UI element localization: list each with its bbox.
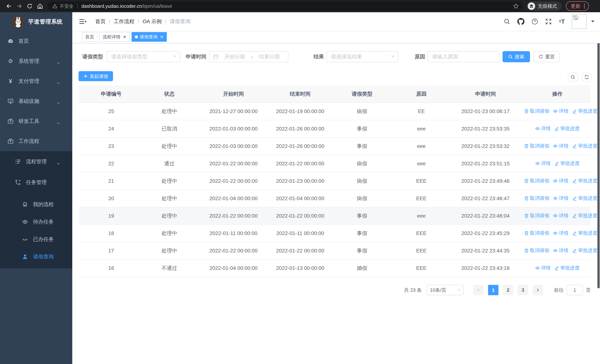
search-button[interactable]: 搜索 xyxy=(503,51,530,62)
action-label: 审批进度 xyxy=(578,108,597,114)
search-icon[interactable] xyxy=(504,18,510,25)
scrollbar[interactable] xyxy=(597,18,600,288)
forward-icon[interactable] xyxy=(14,1,24,11)
help-icon[interactable] xyxy=(531,18,538,25)
approval-progress-link[interactable]: 审批进度 xyxy=(572,247,597,254)
cancel-leave-link[interactable]: 取消请假 xyxy=(524,247,549,254)
page-button-2[interactable]: 2 xyxy=(503,285,513,295)
filter-form: 请假类型 请选择请假类型 申请时间 开始日期 - 结束日期 结果 请选择流结果 xyxy=(79,51,593,62)
update-button[interactable]: 更新 xyxy=(566,1,589,11)
tab-leave-query[interactable]: 请假查询 xyxy=(131,32,167,42)
start-date-input[interactable]: 开始日期 xyxy=(219,53,250,60)
cancel-leave-link[interactable]: 取消请假 xyxy=(524,212,549,219)
sidebar-item-11[interactable]: 请假查询 xyxy=(0,248,72,265)
screen: 不安全 dashboard.yudao.iocoder.cn/bpm/oa/le… xyxy=(0,0,600,364)
sidebar-item-8[interactable]: 我的流程 xyxy=(0,196,72,213)
cell-applied: 2022-01-22 23:46:04 xyxy=(447,207,524,225)
detail-link[interactable]: 详情 xyxy=(553,108,569,114)
approval-progress-link[interactable]: 审批进度 xyxy=(554,125,580,132)
approval-progress-link[interactable]: 审批进度 xyxy=(572,143,597,149)
approval-progress-link[interactable]: 审批进度 xyxy=(572,177,597,184)
sidebar-item-5[interactable]: 工作流程 xyxy=(0,131,72,151)
approval-progress-link[interactable]: 审批进度 xyxy=(554,160,580,167)
font-size-icon[interactable]: TT xyxy=(559,18,565,25)
approval-progress-link[interactable]: 审批进度 xyxy=(554,265,580,271)
robot-icon xyxy=(22,201,28,207)
sidebar-item-6[interactable]: 流程管理 xyxy=(0,151,72,172)
cell-reason: EE xyxy=(396,103,447,120)
cell-end: 2022-01-22 00:00:00 xyxy=(272,242,328,260)
next-page-button[interactable] xyxy=(533,285,543,295)
cancel-leave-link[interactable]: 取消请假 xyxy=(524,177,549,184)
reason-input[interactable]: 请输入原因 xyxy=(428,51,500,62)
breadcrumb-home[interactable]: 首页 xyxy=(95,18,106,25)
sidebar-item-2[interactable]: ¥支付管理 xyxy=(0,71,72,91)
cancel-leave-link[interactable]: 取消请假 xyxy=(524,195,549,201)
page-button-3[interactable]: 3 xyxy=(518,285,528,295)
detail-link[interactable]: 详情 xyxy=(553,143,569,149)
cell-actions: 取消请假详情审批进度 xyxy=(524,172,591,190)
leave-type-select[interactable]: 请选择请假类型 xyxy=(107,51,180,62)
apply-time-range[interactable]: 开始日期 - 结束日期 xyxy=(209,51,288,62)
detail-link[interactable]: 详情 xyxy=(553,195,569,201)
refresh-icon[interactable] xyxy=(581,72,592,82)
cancel-leave-link[interactable]: 取消请假 xyxy=(524,230,549,236)
page-button-1[interactable]: 1 xyxy=(488,285,498,295)
close-icon[interactable] xyxy=(123,35,126,38)
sidebar-item-0[interactable]: 首页 xyxy=(0,31,72,51)
fullscreen-icon[interactable] xyxy=(545,18,552,25)
tab-process-detail[interactable]: 流程详情 xyxy=(99,32,130,42)
detail-link[interactable]: 详情 xyxy=(553,177,569,184)
github-icon[interactable] xyxy=(517,18,525,25)
page-size-select[interactable]: 10条/页 xyxy=(427,285,464,295)
sidebar-item-4[interactable]: 研发工具 xyxy=(0,111,72,131)
cancel-leave-link[interactable]: 取消请假 xyxy=(524,143,549,149)
eye-sm-icon xyxy=(553,196,558,201)
browser-menu-icon[interactable] xyxy=(584,3,585,9)
back-icon[interactable] xyxy=(4,1,14,11)
create-leave-button[interactable]: 发起请假 xyxy=(79,71,113,81)
approval-progress-link[interactable]: 审批进度 xyxy=(572,195,597,201)
goto-page-input[interactable] xyxy=(567,285,583,295)
reload-icon[interactable] xyxy=(24,1,35,11)
toggle-search-icon[interactable] xyxy=(568,72,578,82)
breadcrumb-workflow[interactable]: 工作流程 xyxy=(114,18,134,25)
detail-link[interactable]: 详情 xyxy=(535,265,551,271)
detail-link[interactable]: 详情 xyxy=(553,247,569,254)
end-date-input[interactable]: 结束日期 xyxy=(254,53,285,60)
detail-link[interactable]: 详情 xyxy=(535,160,551,167)
sidebar-item-label: 首页 xyxy=(19,38,29,45)
result-select[interactable]: 请选择流结果 xyxy=(327,51,398,62)
bookmark-star-icon[interactable] xyxy=(513,3,519,9)
sidebar-item-7[interactable]: 任务管理 xyxy=(0,172,72,193)
cell-status: 已取消 xyxy=(144,120,195,138)
avatar[interactable] xyxy=(572,14,587,29)
breadcrumb-oa[interactable]: OA 示例 xyxy=(143,18,162,25)
approval-progress-link[interactable]: 审批进度 xyxy=(572,212,597,219)
avatar-caret-icon[interactable] xyxy=(591,20,594,23)
result-label: 结果 xyxy=(311,53,324,60)
sidebar-item-1[interactable]: ⚙系统管理 xyxy=(0,51,72,71)
approval-progress-link[interactable]: 审批进度 xyxy=(572,108,597,114)
prev-page-button[interactable] xyxy=(473,285,484,295)
reset-button[interactable]: 重置 xyxy=(534,51,560,62)
home-icon[interactable] xyxy=(35,1,45,11)
cancel-leave-link[interactable]: 取消请假 xyxy=(524,108,549,114)
sidebar-item-9[interactable]: 待办任务 xyxy=(0,213,72,231)
detail-link[interactable]: 详情 xyxy=(553,212,569,219)
tab-home[interactable]: 首页 xyxy=(82,32,97,42)
url-bar[interactable]: 不安全 dashboard.yudao.iocoder.cn/bpm/oa/le… xyxy=(47,1,523,11)
detail-link[interactable]: 详情 xyxy=(553,230,569,236)
pen-icon xyxy=(572,248,577,253)
cell-reason: eee xyxy=(396,207,447,225)
sidebar-item-10[interactable]: 已办任务 xyxy=(0,231,72,248)
approval-progress-link[interactable]: 审批进度 xyxy=(572,230,597,236)
trash-icon xyxy=(524,178,529,183)
cell-reason: eee xyxy=(396,138,447,155)
sidebar-item-label: 支付管理 xyxy=(19,78,39,85)
cell-id: 22 xyxy=(79,155,144,172)
sidebar-toggle-icon[interactable] xyxy=(79,19,86,24)
sidebar-item-3[interactable]: 基础设施 xyxy=(0,91,72,111)
close-icon[interactable] xyxy=(160,35,163,38)
detail-link[interactable]: 详情 xyxy=(535,125,551,132)
